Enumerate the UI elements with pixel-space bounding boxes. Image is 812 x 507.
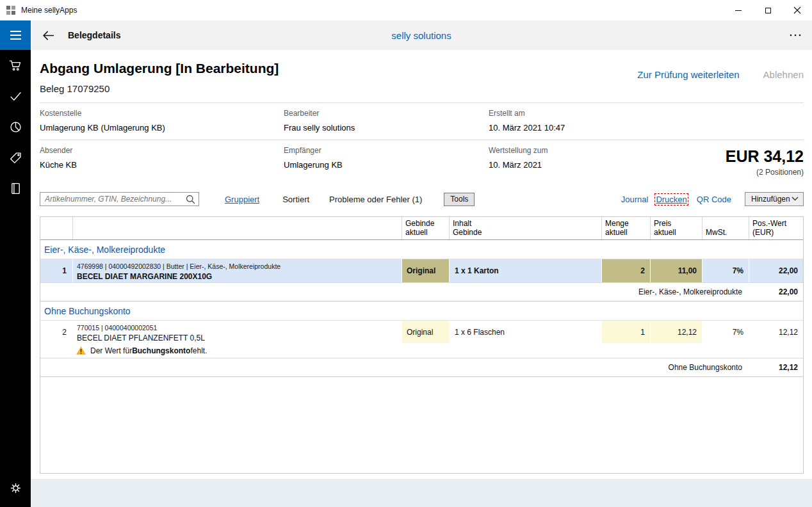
page-title: Belegdetails (68, 30, 120, 40)
group-header: Eier-, Käse-, Molkereiprodukte (40, 240, 803, 259)
field-label: Kostenstelle (40, 109, 165, 118)
article-name: BECEL DIAET MARGARINE 200X10G (77, 272, 398, 281)
gear-icon (9, 481, 22, 495)
maximize-icon (765, 8, 771, 13)
add-button-label: Hinzufügen (751, 195, 790, 204)
positions-toolbar: Gruppiert Sortiert Probleme oder Fehler … (40, 191, 804, 207)
journal-link[interactable]: Journal (621, 195, 649, 204)
add-button[interactable]: Hinzufügen (745, 192, 804, 206)
close-icon (793, 6, 801, 14)
search-icon[interactable] (186, 195, 195, 204)
article-cell: 4769998 | 04000492002830 | Butter | Eier… (72, 259, 402, 282)
pie-chart-icon (9, 120, 22, 134)
col-rownum (40, 217, 72, 239)
inhalt-cell: 1 x 6 Flaschen (449, 321, 601, 343)
mwst-cell: 7% (702, 259, 749, 282)
subtotal-value: 12,12 (749, 363, 803, 372)
table-row[interactable]: 2 770015 | 04000400002051 BECEL DIAET PF… (40, 321, 803, 343)
group-subtotal-row: Ohne Buchungskonto 12,12 (40, 358, 803, 377)
field-value: Frau selly solutions (284, 123, 355, 133)
article-cell: 770015 | 04000400002051 BECEL DIAET PFLA… (72, 321, 402, 343)
search-box (40, 192, 199, 206)
close-button[interactable] (783, 0, 812, 20)
preis-cell: 12,12 (650, 321, 702, 343)
total-positions: (2 Positionen) (726, 168, 804, 177)
document-title: Abgang Umlagerung [In Bearbeitung] (40, 60, 279, 77)
poswert-cell: 22,00 (749, 259, 803, 282)
hamburger-icon (10, 31, 21, 32)
field-value: Umlagerung KB (284, 160, 343, 170)
article-name: BECEL DIAET PFLANZENFETT 0,5L (77, 334, 398, 342)
shopping-cart-icon (9, 59, 22, 72)
sidebar-item-approvals[interactable] (0, 81, 31, 111)
maximize-button[interactable] (753, 0, 783, 20)
content-area: Abgang Umlagerung [In Bearbeitung] Zur P… (31, 50, 812, 479)
footer-bar (31, 479, 812, 507)
subtotal-label: Eier-, Käse-, Molkereiprodukte (40, 287, 749, 296)
forward-for-review-button[interactable]: Zur Prüfung weiterleiten (637, 69, 739, 80)
article-meta: 770015 | 04000400002051 (77, 324, 398, 332)
hamburger-menu-button[interactable] (0, 20, 31, 50)
row-warning: Der Wert für Buchungskonto fehlt. (40, 343, 803, 358)
group-subtotal-row: Eier-, Käse-, Molkereiprodukte 22,00 (40, 283, 803, 302)
sidebar-item-journal[interactable] (0, 173, 31, 204)
minimize-icon (735, 10, 742, 11)
problems-filter[interactable]: Probleme oder Fehler (1) (329, 195, 422, 204)
mwst-cell: 7% (702, 321, 749, 343)
tools-button[interactable]: Tools (444, 193, 475, 206)
subtotal-value: 22,00 (749, 287, 803, 296)
minimize-button[interactable] (724, 0, 753, 20)
field-label: Empfänger (284, 146, 343, 155)
subtotal-label: Ohne Buchungskonto (40, 363, 749, 372)
document-number: Beleg 17079250 (40, 83, 110, 94)
sidebar-item-settings[interactable] (0, 472, 31, 503)
row-number: 2 (40, 321, 72, 343)
checkmark-icon (9, 90, 22, 103)
sidebar-item-statistics[interactable] (0, 111, 31, 142)
warning-icon (76, 346, 86, 355)
field-empfaenger: Empfänger Umlagerung KB (284, 146, 343, 170)
print-link[interactable]: Drucken (656, 195, 686, 204)
more-button[interactable] (789, 33, 802, 37)
field-label: Bearbeiter (284, 109, 355, 118)
chevron-down-icon (792, 197, 799, 202)
qr-code-link[interactable]: QR Code (697, 195, 731, 204)
divider (40, 140, 804, 140)
price-tag-icon (9, 151, 22, 165)
book-icon (9, 182, 22, 195)
poswert-cell: 12,12 (749, 321, 803, 343)
document-total: EUR 34,12 (2 Positionen) (726, 147, 804, 177)
field-absender: Absender Küche KB (40, 146, 77, 170)
window-title: Meine sellyApps (21, 6, 77, 15)
document-actions: Zur Prüfung weiterleiten Ablehnen (637, 69, 804, 80)
field-value: Küche KB (40, 160, 77, 170)
table-row[interactable]: 1 4769998 | 04000492002830 | Butter | Ei… (40, 259, 803, 283)
inhalt-cell: 1 x 1 Karton (449, 259, 601, 282)
gebinde-cell: Original (402, 321, 449, 343)
search-input[interactable] (40, 193, 199, 205)
reject-button[interactable]: Ablehnen (763, 69, 804, 80)
app-sidebar (0, 20, 31, 507)
col-menge: Menge aktuell (601, 217, 650, 239)
field-bearbeiter: Bearbeiter Frau selly solutions (284, 109, 355, 133)
table-header-row: Gebinde aktuell Inhalt Gebinde Menge akt… (40, 217, 803, 240)
grouped-toggle[interactable]: Gruppiert (225, 195, 259, 204)
warning-text: fehlt. (190, 346, 207, 355)
back-button[interactable] (42, 29, 55, 42)
sidebar-item-cart[interactable] (0, 50, 31, 81)
table-empty-area (40, 377, 803, 473)
field-erstellt-am: Erstellt am 10. März 2021 10:47 (489, 109, 565, 133)
col-preis: Preis aktuell (650, 217, 702, 239)
positions-table: Gebinde aktuell Inhalt Gebinde Menge akt… (40, 216, 804, 474)
article-meta: 4769998 | 04000492002830 | Butter | Eier… (77, 262, 398, 270)
col-gebinde: Gebinde aktuell (402, 217, 449, 239)
col-poswert: Pos.-Wert (EUR) (749, 217, 803, 239)
field-wertstellung: Wertstellung zum 10. März 2021 (489, 146, 548, 170)
gebinde-cell: Original (402, 259, 449, 282)
sorted-toggle[interactable]: Sortiert (282, 195, 309, 204)
divider (40, 102, 804, 103)
ellipsis-icon (789, 33, 802, 37)
preis-cell: 11,00 (650, 259, 702, 282)
menge-cell: 2 (601, 259, 650, 282)
sidebar-item-tags[interactable] (0, 142, 31, 173)
